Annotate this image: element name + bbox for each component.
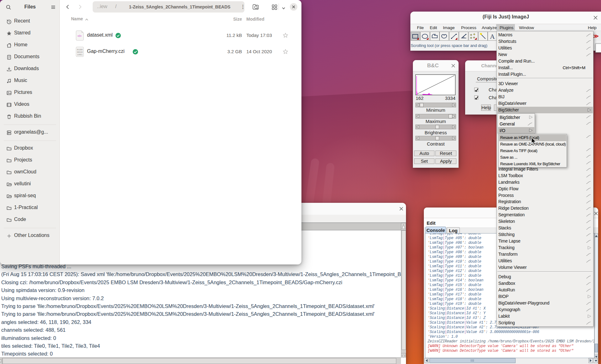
svg-text:1001: 1001 xyxy=(77,54,83,56)
svg-text:</>: </> xyxy=(77,34,81,38)
svg-text:0100: 0100 xyxy=(77,49,83,51)
svg-text:0010: 0010 xyxy=(77,51,83,54)
svg-text:A: A xyxy=(490,33,495,40)
